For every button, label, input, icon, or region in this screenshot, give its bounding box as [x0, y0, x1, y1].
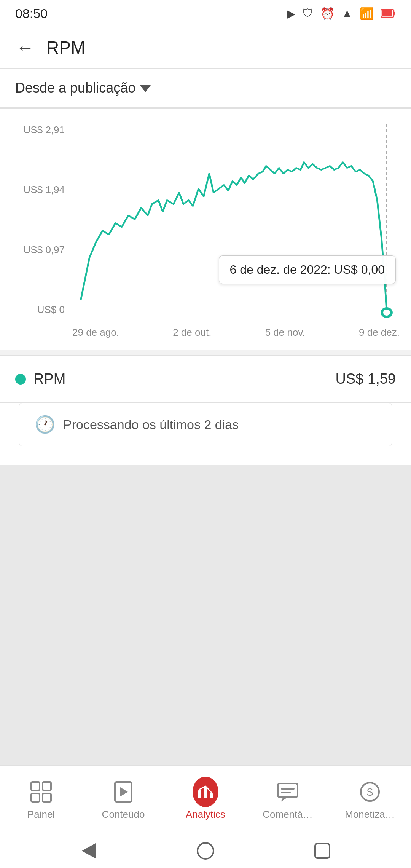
android-home-icon: [197, 842, 214, 860]
android-back-icon: [82, 843, 96, 858]
nav-icon-analytics: [193, 779, 218, 805]
y-label-mid1: US$ 1,94: [24, 184, 65, 196]
chart-wrapper: US$ 2,91 US$ 1,94 US$ 0,97 US$ 0: [11, 124, 400, 338]
svg-rect-18: [210, 793, 213, 798]
processing-wrapper: 🕐 Processando os últimos 2 dias: [0, 403, 411, 465]
svg-rect-16: [198, 790, 201, 798]
y-label-bottom: US$ 0: [37, 304, 65, 316]
wifi-icon: ▲: [341, 7, 353, 20]
nav-item-analytics[interactable]: Analytics: [164, 775, 247, 824]
tooltip-text: 6 de dez. de 2022: US$ 0,00: [230, 263, 385, 276]
y-label-mid2: US$ 0,97: [24, 244, 65, 256]
nav-label-analytics: Analytics: [186, 809, 225, 820]
legend-dot: [15, 374, 26, 385]
nav-icon-monetizacao: $: [357, 779, 383, 805]
gray-area: [0, 465, 411, 765]
bottom-nav: Painel Conteúdo Analytics: [0, 765, 411, 834]
chart-x-labels: 29 de ago. 2 de out. 5 de nov. 9 de dez.: [72, 327, 400, 338]
nav-item-painel[interactable]: Painel: [0, 775, 82, 824]
svg-rect-1: [382, 10, 392, 16]
android-nav-bar: [0, 834, 411, 868]
legend-left: RPM: [15, 371, 65, 387]
y-label-top: US$ 2,91: [24, 124, 65, 136]
page-title: RPM: [46, 37, 85, 58]
date-filter-row: Desde a publicação: [0, 69, 411, 108]
youtube-icon: ▶: [287, 7, 295, 20]
android-home-button[interactable]: [194, 839, 217, 862]
svg-point-9: [383, 310, 390, 316]
nav-icon-comentarios: [275, 779, 301, 805]
status-icons: ▶ 🛡 ⏰ ▲ 📶: [287, 7, 396, 20]
svg-rect-13: [43, 793, 51, 802]
svg-rect-10: [31, 782, 40, 790]
legend-label: RPM: [33, 371, 65, 387]
svg-rect-17: [204, 787, 207, 798]
date-filter-label: Desde a publicação: [15, 80, 135, 96]
nav-label-conteudo: Conteúdo: [102, 809, 145, 820]
android-recents-icon: [314, 843, 330, 859]
top-bar: ← RPM: [0, 27, 411, 69]
svg-rect-2: [394, 12, 395, 15]
svg-marker-15: [120, 787, 128, 796]
nav-item-conteudo[interactable]: Conteúdo: [82, 775, 164, 824]
chart-section: US$ 2,91 US$ 1,94 US$ 0,97 US$ 0: [0, 109, 411, 350]
processing-text: Processando os últimos 2 dias: [63, 417, 239, 432]
status-time: 08:50: [15, 6, 48, 21]
x-label-4: 9 de dez.: [359, 327, 400, 338]
nav-label-comentarios: Comentá…: [263, 809, 313, 820]
svg-rect-11: [43, 782, 51, 790]
shield-icon: 🛡: [302, 7, 314, 20]
svg-text:$: $: [367, 786, 373, 798]
analytics-active-bg: [193, 777, 218, 807]
nav-item-comentarios[interactable]: Comentá…: [247, 775, 329, 824]
battery-icon: [381, 8, 396, 18]
back-button[interactable]: ←: [11, 34, 39, 61]
nav-label-painel: Painel: [27, 809, 55, 820]
legend-section: RPM US$ 1,59: [0, 356, 411, 403]
android-recents-button[interactable]: [311, 839, 334, 862]
x-label-3: 5 de nov.: [265, 327, 305, 338]
date-filter-button[interactable]: Desde a publicação: [15, 80, 151, 96]
nav-item-monetizacao[interactable]: $ Monetiza…: [329, 775, 411, 824]
chart-svg: [72, 124, 400, 322]
nav-icon-painel: [28, 779, 54, 805]
nav-icon-conteudo: [110, 779, 136, 805]
chart-tooltip: 6 de dez. de 2022: US$ 0,00: [219, 255, 396, 284]
android-back-button[interactable]: [77, 839, 100, 862]
status-bar: 08:50 ▶ 🛡 ⏰ ▲ 📶: [0, 0, 411, 27]
svg-rect-19: [278, 783, 298, 797]
back-arrow-icon: ←: [16, 37, 34, 58]
legend-value: US$ 1,59: [336, 371, 396, 387]
x-label-1: 29 de ago.: [72, 327, 119, 338]
svg-rect-12: [31, 793, 40, 802]
chevron-down-icon: [140, 85, 151, 92]
processing-row: 🕐 Processando os últimos 2 dias: [19, 403, 392, 446]
x-label-2: 2 de out.: [173, 327, 211, 338]
nav-label-monetizacao: Monetiza…: [345, 809, 395, 820]
clock-icon: 🕐: [35, 415, 56, 434]
signal-icon: 📶: [360, 7, 374, 20]
chart-area: 6 de dez. de 2022: US$ 0,00: [72, 124, 400, 322]
alarm-icon: ⏰: [320, 7, 335, 20]
